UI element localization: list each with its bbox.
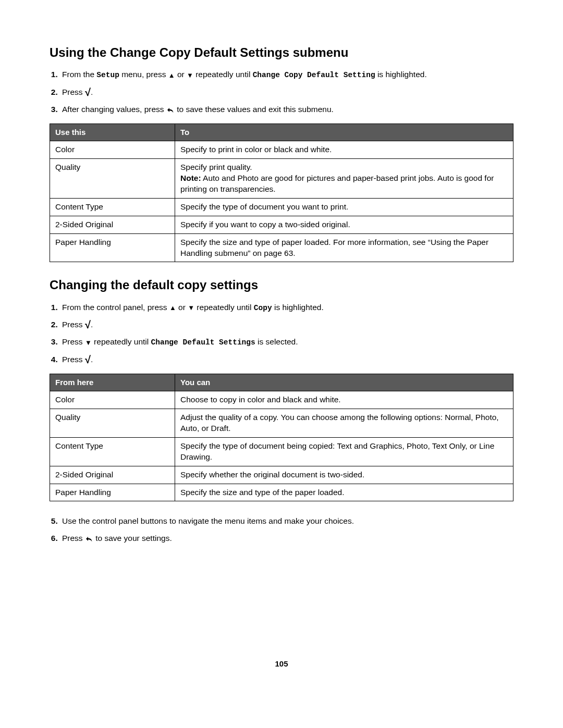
table-row: Quality Adjust the quality of a copy. Yo… [50,409,513,437]
cell: Color [50,391,175,409]
th-to: To [175,124,513,141]
check-icon: √ [85,322,91,328]
up-arrow-icon [169,302,176,313]
table-row: Paper Handling Specify the size and type… [50,233,513,262]
th-use-this: Use this [50,124,175,141]
back-icon [85,535,93,543]
up-arrow-icon [168,70,175,81]
menu-copy: Copy [254,304,272,312]
cell: Specify if you want to copy a two-sided … [175,216,513,233]
cell: Choose to copy in color and black and wh… [175,391,513,409]
section2-steps-5to6: Use the control panel buttons to navigat… [50,516,513,544]
table-from-here: From here You can Color Choose to copy i… [50,374,513,502]
text: Press [62,337,85,346]
section1-heading: Using the Change Copy Default Settings s… [50,44,513,61]
cell: Specify print quality. Note: Auto and Ph… [175,158,513,198]
cell: Specify to print in color or black and w… [175,141,513,159]
text: Press [62,355,85,364]
text: or [176,303,188,312]
step-3: Press repeatedly until Change Default Se… [60,337,513,348]
table-row: 2-Sided Original Specify if you want to … [50,216,513,233]
cell: 2-Sided Original [50,466,175,484]
text: repeatedly until [193,70,253,79]
menu-change-default: Change Default Settings [151,338,255,347]
menu-change-copy: Change Copy Default Setting [253,71,375,79]
th-from-here: From here [50,374,175,391]
text: . [91,355,93,364]
text: From the [62,70,96,79]
back-icon [166,106,175,114]
page-number: 105 [50,659,513,669]
step-5: Use the control panel buttons to navigat… [60,516,513,527]
cell: Paper Handling [50,233,175,262]
cell: Specify whether the original document is… [175,466,513,484]
table-row: Content Type Specify the type of documen… [50,437,513,466]
cell: Content Type [50,198,175,216]
step-2: Press √. [60,319,513,330]
step-1: From the Setup menu, press or repeatedly… [60,69,513,81]
cell: Specify the size and type of the paper l… [175,484,513,501]
cell: Specify the type of document being copie… [175,437,513,466]
table-row: Paper Handling Specify the size and type… [50,484,513,501]
text: Press [62,320,85,329]
cell: Paper Handling [50,484,175,501]
check-icon: √ [85,89,91,95]
note-label: Note: [180,174,201,182]
table-row: Color Choose to copy in color and black … [50,391,513,409]
text: After changing values, press [62,105,166,114]
step-4: Press √. [60,354,513,365]
cell: Content Type [50,437,175,466]
menu-setup: Setup [96,71,119,79]
text: is selected. [255,337,298,346]
section2-heading: Changing the default copy settings [50,277,513,293]
section1-steps: From the Setup menu, press or repeatedly… [50,69,513,115]
down-arrow-icon [85,337,92,348]
text: Press [62,88,85,96]
table-row: Color Specify to print in color or black… [50,141,513,159]
step-1: From the control panel, press or repeate… [60,302,513,314]
table-use-this: Use this To Color Specify to print in co… [50,124,513,263]
cell: Quality [50,158,175,198]
down-arrow-icon [188,302,194,313]
table-row: 2-Sided Original Specify whether the ori… [50,466,513,484]
text: menu, press [119,70,168,79]
table-row: Content Type Specify the type of documen… [50,198,513,216]
text: repeatedly until [92,337,151,346]
cell: Adjust the quality of a copy. You can ch… [175,409,513,437]
text: to save your settings. [93,534,172,542]
th-you-can: You can [175,374,513,391]
text: is highlighted. [272,303,324,312]
table-row: Quality Specify print quality. Note: Aut… [50,158,513,198]
text: Use the control panel buttons to navigat… [62,516,354,525]
section2-steps-1to4: From the control panel, press or repeate… [50,302,513,365]
step-3: After changing values, press to save the… [60,104,513,115]
cell: Quality [50,409,175,437]
text: From the control panel, press [62,303,169,312]
text: . [91,320,93,329]
cell: Specify the size and type of paper loade… [175,233,513,262]
text: Specify print quality. [180,162,508,173]
text: or [175,70,187,79]
cell: 2-Sided Original [50,216,175,233]
down-arrow-icon [187,70,193,81]
step-2: Press √. [60,87,513,98]
note-text: Auto and Photo are good for pictures and… [180,174,494,193]
cell: Specify the type of document you want to… [175,198,513,216]
text: Press [62,534,85,542]
text: to save these values and exit this subme… [175,105,334,114]
text: is highlighted. [375,70,427,79]
cell: Color [50,141,175,159]
text: repeatedly until [194,303,254,312]
step-6: Press to save your settings. [60,533,513,544]
check-icon: √ [85,356,91,363]
text: . [91,88,93,96]
